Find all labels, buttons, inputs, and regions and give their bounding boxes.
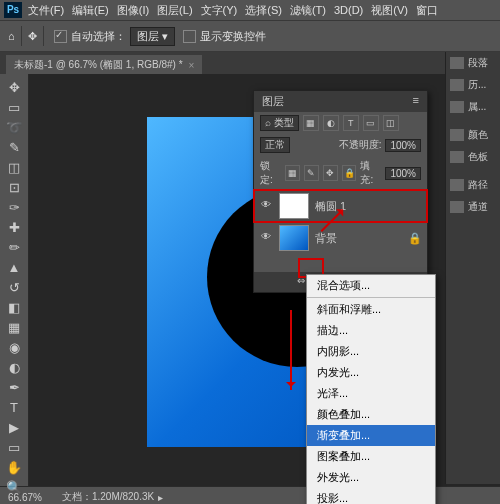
blend-mode-dropdown[interactable]: 正常 [260,137,290,153]
menu-select[interactable]: 选择(S) [245,3,282,18]
properties-icon [450,101,464,113]
color-panel-tab[interactable]: 颜色 [446,124,500,146]
layer-thumbnail[interactable] [279,225,309,251]
swatches-icon [450,151,464,163]
blur-tool[interactable]: ◉ [4,339,24,357]
menu-item-inner-glow[interactable]: 内发光... [307,362,435,383]
history-icon [450,79,464,91]
gradient-tool[interactable]: ▦ [4,319,24,337]
document-tab[interactable]: 未标题-1 @ 66.7% (椭圆 1, RGB/8#) * × [6,55,202,74]
menu-3d[interactable]: 3D(D) [334,4,363,16]
visibility-icon[interactable]: 👁 [259,231,273,245]
filter-pixel-icon[interactable]: ▦ [303,115,319,131]
menu-item-drop-shadow[interactable]: 投影... [307,488,435,504]
fill-label: 填充: [360,159,381,187]
paragraph-panel-tab[interactable]: 段落 [446,52,500,74]
pen-tool[interactable]: ✒ [4,379,24,397]
move-tool-icon: ✥ [28,30,37,43]
options-bar: ⌂ ✥ 自动选择： 图层 ▾ 显示变换控件 [0,20,500,52]
paths-icon [450,179,464,191]
filter-type-icon[interactable]: T [343,115,359,131]
lock-transparent-icon[interactable]: ▦ [285,165,300,181]
heal-tool[interactable]: ✚ [4,219,24,237]
swatches-panel-tab[interactable]: 色板 [446,146,500,168]
fill-field[interactable]: 100% [385,167,421,180]
channels-icon [450,201,464,213]
filter-type-dropdown[interactable]: ⌕ 类型 [260,115,299,131]
zoom-tool[interactable]: 🔍 [4,479,24,497]
color-icon [450,129,464,141]
panel-menu-icon[interactable]: ≡ [413,94,419,109]
dodge-tool[interactable]: ◐ [4,359,24,377]
lock-icon: 🔒 [408,232,422,245]
menu-item-gradient-overlay[interactable]: 渐变叠加... [307,425,435,446]
menu-item-pattern-overlay[interactable]: 图案叠加... [307,446,435,467]
layer-row-background[interactable]: 👁 背景 🔒 [254,222,427,254]
menu-type[interactable]: 文字(Y) [201,3,238,18]
channels-panel-tab[interactable]: 通道 [446,196,500,218]
layers-panel: 图层≡ ⌕ 类型 ▦ ◐ T ▭ ◫ 正常 不透明度: 100% 锁定: ▦ ✎… [253,90,428,293]
close-icon[interactable]: × [189,60,195,71]
app-window: Ps 文件(F) 编辑(E) 图像(I) 图层(L) 文字(Y) 选择(S) 滤… [0,0,500,504]
right-collapsed-panels: 段落 历... 属... 颜色 色板 路径 通道 [445,52,500,484]
eraser-tool[interactable]: ◧ [4,299,24,317]
auto-select-label: 自动选择： [71,29,126,44]
lock-label: 锁定: [260,159,281,187]
visibility-icon[interactable]: 👁 [259,199,273,213]
opacity-field[interactable]: 100% [385,139,421,152]
type-tool[interactable]: T [4,399,24,417]
menu-item-blending[interactable]: 混合选项... [307,275,435,296]
stamp-tool[interactable]: ▲ [4,259,24,277]
menu-image[interactable]: 图像(I) [117,3,149,18]
menu-item-outer-glow[interactable]: 外发光... [307,467,435,488]
document-tabbar: 未标题-1 @ 66.7% (椭圆 1, RGB/8#) * × [0,52,500,74]
menu-filter[interactable]: 滤镜(T) [290,3,326,18]
filter-smart-icon[interactable]: ◫ [383,115,399,131]
menu-file[interactable]: 文件(F) [28,3,64,18]
quick-select-tool[interactable]: ✎ [4,139,24,157]
chevron-right-icon[interactable]: ▸ [158,492,163,503]
layer-thumbnail[interactable] [279,193,309,219]
lock-all-icon[interactable]: 🔒 [342,165,357,181]
tab-title: 未标题-1 @ 66.7% (椭圆 1, RGB/8#) * [14,58,183,72]
menu-view[interactable]: 视图(V) [371,3,408,18]
menu-item-color-overlay[interactable]: 颜色叠加... [307,404,435,425]
menu-layer[interactable]: 图层(L) [157,3,192,18]
menu-edit[interactable]: 编辑(E) [72,3,109,18]
crop-tool[interactable]: ◫ [4,159,24,177]
lock-position-icon[interactable]: ✥ [323,165,338,181]
move-tool[interactable]: ✥ [4,79,24,97]
marquee-tool[interactable]: ▭ [4,99,24,117]
path-select-tool[interactable]: ▶ [4,419,24,437]
frame-tool[interactable]: ⊡ [4,179,24,197]
menu-window[interactable]: 窗口 [416,3,438,18]
properties-panel-tab[interactable]: 属... [446,96,500,118]
auto-select-checkbox[interactable] [54,30,67,43]
app-icon: Ps [4,2,22,18]
show-transform-checkbox[interactable] [183,30,196,43]
eyedropper-tool[interactable]: ✑ [4,199,24,217]
layer-name[interactable]: 背景 [315,231,337,246]
annotation-arrow [290,310,292,390]
history-brush-tool[interactable]: ↺ [4,279,24,297]
lock-pixels-icon[interactable]: ✎ [304,165,319,181]
paragraph-icon [450,57,464,69]
hand-tool[interactable]: ✋ [4,459,24,477]
auto-select-dropdown[interactable]: 图层 ▾ [130,27,175,46]
menubar: Ps 文件(F) 编辑(E) 图像(I) 图层(L) 文字(Y) 选择(S) 滤… [0,0,500,20]
menu-item-bevel[interactable]: 斜面和浮雕... [307,299,435,320]
menu-item-inner-shadow[interactable]: 内阴影... [307,341,435,362]
history-panel-tab[interactable]: 历... [446,74,500,96]
home-icon[interactable]: ⌂ [8,30,15,42]
shape-tool[interactable]: ▭ [4,439,24,457]
brush-tool[interactable]: ✏ [4,239,24,257]
lasso-tool[interactable]: ➰ [4,119,24,137]
filter-adjust-icon[interactable]: ◐ [323,115,339,131]
paths-panel-tab[interactable]: 路径 [446,174,500,196]
filter-shape-icon[interactable]: ▭ [363,115,379,131]
opacity-label: 不透明度: [339,138,382,152]
doc-size: 文档：1.20M/820.3K [62,490,154,504]
menu-item-satin[interactable]: 光泽... [307,383,435,404]
menu-item-stroke[interactable]: 描边... [307,320,435,341]
layers-panel-title: 图层 [262,94,284,109]
